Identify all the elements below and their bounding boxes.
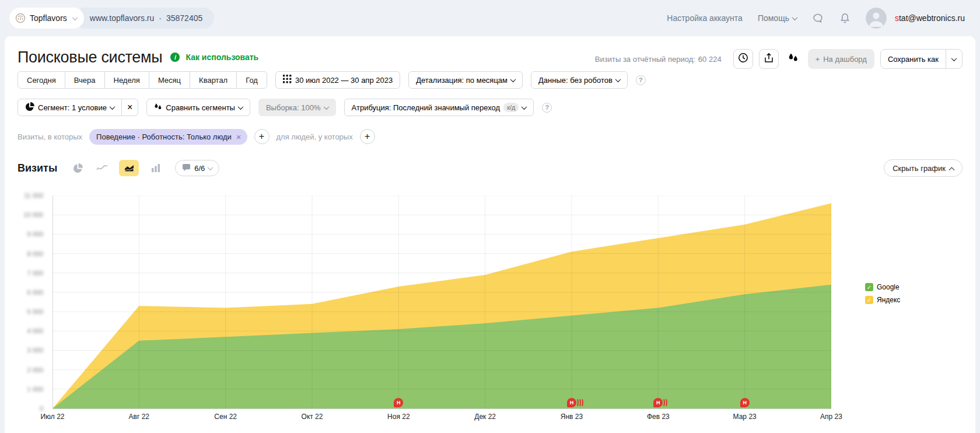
help-menu[interactable]: Помощь xyxy=(758,13,797,23)
page-title: Поисковые системы xyxy=(18,48,162,67)
help-icon[interactable]: ? xyxy=(636,75,646,85)
search-engines-selector[interactable]: 6/6 xyxy=(175,160,219,176)
plus-icon: + xyxy=(816,55,820,64)
top-header-bar: Topflavors www.topflavors.ru · 35872405 … xyxy=(0,0,980,36)
how-to-use-link[interactable]: Как использовать xyxy=(186,53,258,62)
pie-chart-type-icon[interactable] xyxy=(70,160,85,176)
period-tab-3[interactable]: Неделя xyxy=(104,71,149,89)
counter-name: Topflavors xyxy=(30,13,67,23)
line-chart-type-icon[interactable] xyxy=(94,160,110,176)
attribution-label: Атрибуция: Последний значимый переход xyxy=(352,103,501,112)
period-tab-2[interactable]: Вчера xyxy=(65,71,105,89)
hide-chart-button[interactable]: Скрыть график xyxy=(884,159,963,177)
annotation-marker-янв-23[interactable]: Н xyxy=(567,398,583,407)
user-avatar[interactable] xyxy=(866,8,887,29)
y-axis-label: 4 000 xyxy=(15,327,43,334)
drops-icon xyxy=(154,103,162,113)
counter-id: 35872405 xyxy=(166,13,202,23)
conditions-row: Визиты, в которых Поведение · Роботность… xyxy=(18,128,963,145)
notes-button[interactable] xyxy=(785,49,802,69)
segment-split-button: Сегмент: 1 условие × xyxy=(18,99,138,116)
legend-label: Яндекс xyxy=(877,296,900,304)
legend-label: Google xyxy=(877,283,900,291)
annotation-pin-icon[interactable]: Н xyxy=(740,398,750,407)
visits-chart-section: 11 00010 0009 0008 0007 0006 0005 0004 0… xyxy=(5,195,975,433)
compare-segments-dropdown[interactable]: Сравнить сегменты xyxy=(146,99,250,116)
period-tab-6[interactable]: Год xyxy=(236,71,267,89)
date-filter-row: СегодняВчераНеделяМесяцКварталГод 30 июл… xyxy=(18,71,963,89)
notifications-bell-icon[interactable] xyxy=(839,12,850,25)
date-range-button[interactable]: 30 июл 2022 — 30 апр 2023 xyxy=(275,71,400,89)
legend-item-google[interactable]: ✓Google xyxy=(865,283,900,291)
help-label: Помощь xyxy=(758,13,789,23)
segment-pill-label: Поведение · Роботность: Только люди xyxy=(96,132,232,141)
annotation-marker-фев-23[interactable]: Н xyxy=(653,398,667,407)
data-mode-dropdown[interactable]: Данные: без роботов xyxy=(531,71,628,89)
account-settings-link[interactable]: Настройка аккаунта xyxy=(667,13,743,23)
y-axis-label: 10 000 xyxy=(15,211,43,218)
segment-dropdown[interactable]: Сегмент: 1 условие xyxy=(18,99,122,116)
save-as-menu-button[interactable] xyxy=(946,49,963,69)
period-tab-5[interactable]: Квартал xyxy=(190,71,237,89)
area-chart-type-icon-selected[interactable] xyxy=(119,160,139,176)
detalization-label: Детализация: по месяцам xyxy=(416,76,508,85)
y-axis-label: 11 000 xyxy=(15,192,43,199)
user-email[interactable]: stat@webtronics.ru xyxy=(895,13,965,23)
chevron-down-icon xyxy=(951,55,957,61)
x-axis-label: Июл 22 xyxy=(26,413,79,421)
detalization-dropdown[interactable]: Детализация: по месяцам xyxy=(408,71,523,89)
save-as-split-button: Сохранить как xyxy=(880,49,963,69)
period-tab-4[interactable]: Месяц xyxy=(149,71,190,89)
annotation-stack-arc xyxy=(663,398,667,407)
annotation-marker-мар-23[interactable]: Н xyxy=(740,398,750,407)
annotation-stack-arc xyxy=(579,398,583,407)
add-people-condition-button[interactable]: + xyxy=(360,129,375,144)
period-tab-1[interactable]: Сегодня xyxy=(18,71,65,89)
chevron-up-icon xyxy=(949,167,955,173)
counter-site-info[interactable]: www.topflavors.ru · 35872405 xyxy=(75,8,214,29)
x-axis-label: Мар 23 xyxy=(719,413,771,421)
sampling-dropdown[interactable]: Выборка: 100% xyxy=(258,99,336,116)
summary-value: 60 224 xyxy=(698,55,722,64)
feedback-chat-icon[interactable] xyxy=(812,12,824,25)
close-icon[interactable]: × xyxy=(236,132,242,142)
segment-label: Сегмент: 1 условие xyxy=(38,103,107,112)
annotation-marker-ноя-22[interactable]: Н xyxy=(394,398,403,407)
export-button[interactable] xyxy=(759,49,779,69)
add-to-dashboard-button[interactable]: + На дашборд xyxy=(808,49,874,69)
x-axis: Июл 22Авг 22Сен 22Окт 22Ноя 22Дек 22Янв … xyxy=(5,413,975,422)
compare-segments-label: Сравнить сегменты xyxy=(166,103,235,112)
add-visit-condition-button[interactable]: + xyxy=(254,129,270,144)
y-axis-label: 5 000 xyxy=(15,308,43,315)
site-url: www.topflavors.ru xyxy=(90,13,154,23)
x-axis-label: Янв 23 xyxy=(545,413,598,421)
chart-title: Визиты xyxy=(18,162,57,174)
attribution-badge: к/д xyxy=(503,103,519,112)
help-icon[interactable]: ? xyxy=(542,103,552,113)
segment-row: Сегмент: 1 условие × Сравнить сегменты В… xyxy=(18,98,963,117)
columns-chart-type-icon[interactable] xyxy=(148,160,163,176)
x-axis-label: Дек 22 xyxy=(459,413,512,421)
save-as-button[interactable]: Сохранить как xyxy=(880,49,946,69)
segment-clear-button[interactable]: × xyxy=(121,99,138,116)
date-range-label: 30 июл 2022 — 30 апр 2023 xyxy=(295,76,393,85)
schedule-button[interactable] xyxy=(733,49,753,69)
info-icon[interactable]: i xyxy=(170,53,180,62)
attribution-dropdown[interactable]: Атрибуция: Последний значимый переход к/… xyxy=(344,99,534,116)
segment-pill-robotness[interactable]: Поведение · Роботность: Только люди × xyxy=(89,129,247,145)
x-axis-label: Сен 22 xyxy=(200,413,252,421)
y-axis-label: 9 000 xyxy=(15,231,43,238)
report-period-summary: Визиты за отчётный период: 60 224 xyxy=(595,55,722,64)
site-favicon-icon xyxy=(15,13,26,23)
visits-stacked-area-chart[interactable] xyxy=(52,195,831,409)
annotation-pin-icon[interactable]: Н xyxy=(394,398,403,407)
top-navigation: Настройка аккаунта Помощь stat@webtronic… xyxy=(667,8,965,29)
legend-checkbox[interactable]: ✓ xyxy=(865,283,873,291)
title-actions: Визиты за отчётный период: 60 224 + На д… xyxy=(595,49,963,69)
upload-icon xyxy=(764,52,774,66)
chart-legend: ✓Google✓Яндекс xyxy=(865,283,900,304)
counter-menu-button[interactable]: Topflavors xyxy=(9,8,84,29)
legend-item-яндекс[interactable]: ✓Яндекс xyxy=(865,296,900,304)
legend-checkbox[interactable]: ✓ xyxy=(865,296,873,304)
dot-separator: · xyxy=(159,13,162,23)
